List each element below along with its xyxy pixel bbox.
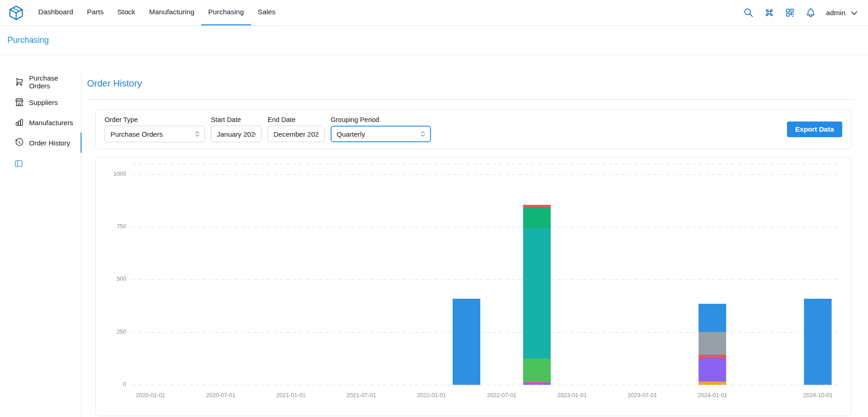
- bar-segment-orange-2024-01-01: [699, 382, 726, 385]
- grouping-period-label: Grouping Period: [331, 116, 431, 123]
- order-type-field: Order Type Purchase Orders: [105, 116, 205, 142]
- bar-segment-red-2024-01-01: [699, 355, 726, 358]
- search-icon[interactable]: [743, 7, 754, 18]
- bar-segment-blue-2022-04-01: [453, 299, 480, 385]
- bar-segment-violet-2022-10-01: [523, 383, 551, 385]
- bar-segment-magenta-2022-10-01: [523, 382, 551, 383]
- end-date-label: End Date: [268, 116, 325, 123]
- y-gridline: [132, 332, 839, 333]
- chevron-updown-icon: [419, 130, 427, 138]
- purchasing-panel: Purchase Orders Suppliers Manufacturer: [0, 55, 868, 417]
- sidebar-item-label: Order History: [29, 139, 70, 147]
- order-type-value: Purchase Orders: [111, 130, 163, 138]
- start-date-field: Start Date: [211, 116, 262, 142]
- sidebar-item-purchase-orders[interactable]: Purchase Orders: [0, 72, 81, 92]
- filter-toolbar: Order Type Purchase Orders Start Date En…: [95, 109, 851, 149]
- sidebar-item-label: Purchase Orders: [29, 74, 81, 90]
- order-history-page: Order History Order Type Purchase Orders…: [82, 72, 868, 417]
- x-axis-label: 2020-07-01: [200, 392, 241, 399]
- x-axis-label: 2023-07-01: [622, 392, 663, 399]
- sidebar-item-suppliers[interactable]: Suppliers: [0, 92, 81, 112]
- y-gridline: [132, 385, 839, 385]
- bar-segment-emerald-2022-10-01: [523, 207, 551, 228]
- order-type-label: Order Type: [105, 116, 205, 123]
- start-date-input[interactable]: [211, 126, 262, 142]
- export-data-button[interactable]: Export Data: [787, 122, 842, 137]
- start-date-label: Start Date: [211, 116, 262, 123]
- collapse-sidebar-icon[interactable]: [14, 159, 23, 168]
- bar-segment-teal-2022-10-01: [523, 228, 551, 359]
- bar-segment-green-2022-10-01: [523, 359, 551, 382]
- end-date-input[interactable]: [268, 126, 325, 142]
- y-axis-label: 1000: [90, 171, 126, 177]
- username-label: admin: [826, 9, 845, 17]
- bar-segment-gray-2024-01-01: [699, 332, 726, 354]
- sidebar-item-label: Suppliers: [29, 98, 58, 106]
- bar-segment-blue-2024-10-01: [804, 299, 832, 385]
- top-navigation-bar: Dashboard Parts Stock Manufacturing Purc…: [0, 0, 868, 26]
- x-axis-label: 2023-01-01: [551, 392, 593, 399]
- chart-bar-icon: [15, 118, 24, 127]
- chart-plot-area: 025050075010002020-01-012020-07-012021-0…: [132, 164, 839, 385]
- sidebar-item-label: Manufacturers: [29, 119, 73, 127]
- chevron-updown-icon: [193, 130, 201, 138]
- tab-parts[interactable]: Parts: [80, 0, 111, 25]
- title-divider: [87, 99, 854, 100]
- bar-segment-violet-2024-01-01: [699, 358, 726, 382]
- sidebar-item-order-history[interactable]: Order History: [0, 133, 81, 153]
- sidebar: Purchase Orders Suppliers Manufacturer: [0, 72, 82, 417]
- y-axis-label: 250: [90, 329, 126, 335]
- chevron-down-icon: [850, 8, 859, 17]
- tab-dashboard[interactable]: Dashboard: [31, 0, 80, 25]
- qr-scan-icon[interactable]: [785, 7, 795, 18]
- tab-stock[interactable]: Stock: [111, 0, 142, 25]
- command-icon[interactable]: [764, 7, 775, 18]
- y-gridline: [132, 227, 839, 227]
- shopping-cart-icon: [15, 77, 24, 87]
- tab-sales[interactable]: Sales: [251, 0, 283, 25]
- breadcrumb-bar: Purchasing: [0, 26, 868, 55]
- tab-purchasing[interactable]: Purchasing: [201, 0, 251, 25]
- grouping-period-value: Quarterly: [337, 130, 365, 138]
- x-axis-label: 2020-01-01: [130, 392, 171, 399]
- y-gridline-top: [132, 164, 839, 164]
- x-axis-label: 2022-07-01: [481, 392, 523, 399]
- notification-bell-icon[interactable]: [805, 7, 816, 18]
- breadcrumb[interactable]: Purchasing: [7, 35, 49, 45]
- tab-manufacturing[interactable]: Manufacturing: [142, 0, 201, 25]
- y-axis-label: 500: [90, 276, 126, 282]
- main-tabs: Dashboard Parts Stock Manufacturing Purc…: [31, 0, 282, 26]
- y-gridline: [132, 279, 839, 280]
- user-menu[interactable]: admin: [826, 8, 859, 17]
- grouping-period-field: Grouping Period Quarterly: [331, 116, 431, 142]
- x-axis-label: 2022-01-01: [411, 392, 452, 399]
- grouping-period-select[interactable]: Quarterly: [331, 126, 431, 142]
- sidebar-item-manufacturers[interactable]: Manufacturers: [0, 112, 81, 133]
- x-axis-label: 2024-10-01: [797, 392, 839, 399]
- app-logo-icon[interactable]: [8, 5, 24, 21]
- x-axis-label: 2021-01-01: [270, 392, 312, 399]
- topbar-actions: admin: [743, 7, 859, 18]
- y-axis-label: 0: [90, 381, 126, 388]
- order-type-select[interactable]: Purchase Orders: [105, 126, 205, 142]
- page-title: Order History: [87, 77, 854, 89]
- storefront-icon: [15, 98, 24, 107]
- end-date-field: End Date: [268, 116, 325, 142]
- y-gridline: [132, 174, 839, 175]
- history-icon: [15, 138, 24, 147]
- x-axis-label: 2024-01-01: [692, 392, 733, 399]
- y-axis-label: 750: [90, 223, 126, 230]
- order-history-chart: 025050075010002020-01-012020-07-012021-0…: [95, 157, 851, 416]
- bar-segment-blue-2024-01-01: [699, 304, 726, 332]
- x-axis-label: 2021-07-01: [340, 392, 382, 399]
- bar-segment-red-2022-10-01: [523, 205, 551, 207]
